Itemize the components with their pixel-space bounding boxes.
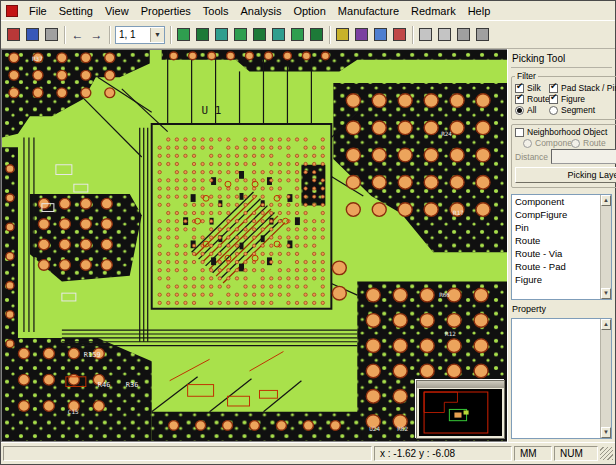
net-icon[interactable]	[352, 26, 371, 43]
layer-silk-icon[interactable]	[250, 26, 269, 43]
checkbox-pad-stack-pin[interactable]: Pad Stack / Pin	[549, 83, 616, 93]
pcb-ref-label: U 1	[202, 104, 222, 117]
layer-item[interactable]: Route - Via	[512, 247, 601, 260]
layer-drill-icon[interactable]	[288, 26, 307, 43]
menu-redmark[interactable]: Redmark	[405, 3, 462, 19]
radio-component[interactable]: Component	[523, 138, 571, 148]
chevron-down-icon[interactable]: ▼	[150, 28, 164, 42]
pcb-ref-label: U24	[369, 426, 380, 432]
layers-items: ComponentCompFigurePinRouteRoute - ViaRo…	[512, 195, 601, 299]
property-scrollbar[interactable]: ▲ ▼	[600, 319, 611, 438]
toolbar-separator	[412, 26, 413, 44]
measure-icon[interactable]	[390, 26, 409, 43]
picking-layer-button[interactable]: Picking Layer	[515, 167, 616, 183]
checkbox-icon[interactable]	[549, 84, 558, 93]
radio-route-label: Route	[583, 138, 606, 148]
pcb-ref-label: R46	[98, 381, 111, 389]
highlight-icon[interactable]	[333, 26, 352, 43]
menu-setting[interactable]: Setting	[53, 3, 99, 19]
pcb-ref-label: R24	[441, 131, 452, 137]
scroll-up-icon[interactable]: ▲	[601, 195, 611, 206]
toolbar-separator	[64, 26, 65, 44]
pcb-canvas[interactable]: U 1R37R24R17R66R12R159R46R36C15U24R82	[1, 49, 507, 442]
overview-titlebar[interactable]	[417, 381, 504, 388]
zoom-window-icon[interactable]	[371, 26, 390, 43]
status-numlock: NUM	[554, 446, 598, 461]
pcb-ref-label: R12	[445, 331, 456, 337]
distance-input[interactable]	[551, 149, 616, 164]
checkbox-icon[interactable]	[515, 95, 524, 104]
checkbox-neighborhood-object[interactable]: Neighborhood Object	[515, 127, 616, 137]
zoom-fit-icon[interactable]	[454, 26, 473, 43]
layer-item[interactable]: Pin	[512, 221, 601, 234]
pcb-ref-label: R17	[453, 210, 464, 216]
radio-all[interactable]: All	[515, 105, 549, 115]
redo-icon[interactable]: →	[87, 26, 106, 43]
radio-all-label: All	[527, 105, 536, 115]
layer-bottom-icon[interactable]	[193, 26, 212, 43]
overview-window[interactable]	[416, 380, 505, 439]
overview-drawing	[419, 389, 502, 436]
property-list[interactable]: ▲ ▼	[511, 318, 612, 439]
layer-item[interactable]: Component	[512, 195, 601, 208]
menu-tools[interactable]: Tools	[197, 3, 235, 19]
checkbox-silk[interactable]: Silk	[515, 83, 549, 93]
menu-option[interactable]: Option	[287, 3, 331, 19]
scroll-up-icon[interactable]: ▲	[601, 319, 611, 330]
pcb-ref-label: R159	[84, 351, 101, 359]
property-label: Property	[511, 302, 612, 316]
menu-help[interactable]: Help	[462, 3, 497, 19]
radio-route-neighborhood[interactable]: Route	[571, 138, 616, 148]
panel-title: Picking Tool	[511, 51, 612, 68]
layer-all-icon[interactable]	[307, 26, 326, 43]
layer-inner1-icon[interactable]	[212, 26, 231, 43]
zoom-in-icon[interactable]	[416, 26, 435, 43]
layer-item[interactable]: Route	[512, 234, 601, 247]
radio-segment[interactable]: Segment	[549, 105, 616, 115]
scroll-down-icon[interactable]: ▼	[601, 288, 611, 299]
pcb-ref-label: R66	[439, 292, 450, 298]
menu-properties[interactable]: Properties	[135, 3, 197, 19]
layer-item[interactable]: Route - Pad	[512, 260, 601, 273]
checkbox-icon[interactable]	[515, 84, 524, 93]
picking-tool-panel: Picking Tool Filter Silk Pad Stack / Pin	[507, 49, 615, 442]
checkbox-figure[interactable]: Figure	[549, 94, 616, 104]
scroll-down-icon[interactable]: ▼	[601, 427, 611, 438]
filter-group-title: Filter	[515, 71, 538, 81]
checkbox-icon[interactable]	[515, 128, 524, 137]
menu-view[interactable]: View	[99, 3, 135, 19]
layer-top-icon[interactable]	[174, 26, 193, 43]
resize-grip[interactable]	[600, 447, 613, 460]
print-icon[interactable]	[42, 26, 61, 43]
menu-file[interactable]: File	[23, 3, 53, 19]
undo-icon[interactable]: ←	[68, 26, 87, 43]
checkbox-figure-label: Figure	[561, 94, 585, 104]
save-icon[interactable]	[23, 26, 42, 43]
toolbar-separator	[109, 26, 110, 44]
property-items	[512, 319, 601, 438]
status-units: MM	[514, 446, 552, 461]
checkbox-route[interactable]: Route	[515, 94, 549, 104]
layer-mask-icon[interactable]	[269, 26, 288, 43]
radio-icon[interactable]	[549, 106, 558, 115]
zoom-out-icon[interactable]	[435, 26, 454, 43]
menu-analysis[interactable]: Analysis	[234, 3, 287, 19]
layer-item[interactable]: CompFigure	[512, 208, 601, 221]
radio-icon[interactable]	[523, 139, 532, 148]
radio-icon[interactable]	[571, 139, 580, 148]
layers-scrollbar[interactable]: ▲ ▼	[600, 195, 611, 299]
app-icon	[6, 5, 18, 17]
checkbox-route-label: Route	[527, 94, 550, 104]
layer-item[interactable]: Figure	[512, 273, 601, 286]
toolbar-separator	[329, 26, 330, 44]
checkbox-pad-stack-pin-label: Pad Stack / Pin	[561, 83, 616, 93]
menu-manufacture[interactable]: Manufacture	[332, 3, 405, 19]
layers-list[interactable]: ComponentCompFigurePinRouteRoute - ViaRo…	[511, 194, 612, 300]
overview-body[interactable]	[419, 389, 502, 436]
redraw-icon[interactable]	[473, 26, 492, 43]
layer-inner2-icon[interactable]	[231, 26, 250, 43]
radio-icon[interactable]	[515, 106, 524, 115]
checkbox-icon[interactable]	[549, 95, 558, 104]
open-icon[interactable]	[4, 26, 23, 43]
coordinate-combo[interactable]: 1, 1 ▼	[115, 26, 165, 44]
